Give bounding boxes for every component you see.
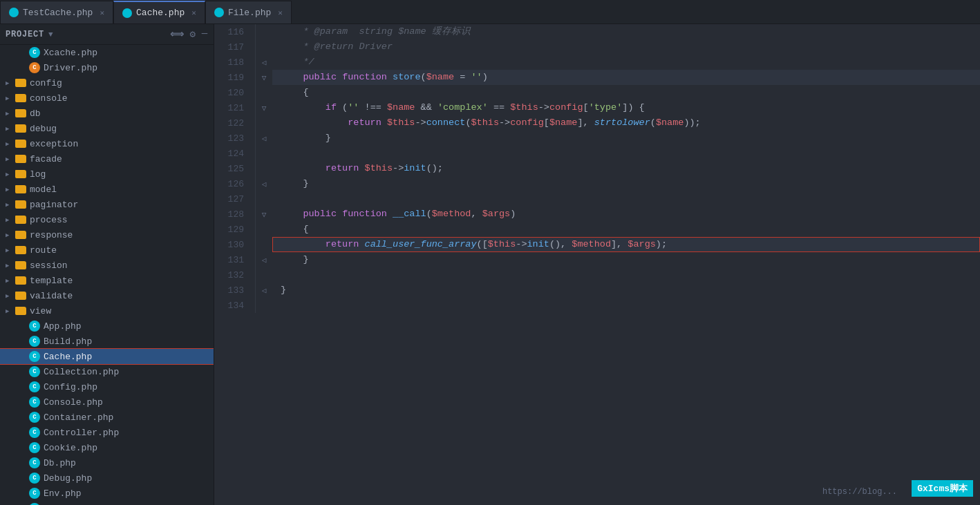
tree-item-label: model <box>30 184 57 195</box>
sidebar-item-exception[interactable]: ▶exception <box>0 136 214 151</box>
sidebar-item-driverphp[interactable]: CDriver.php <box>0 60 214 75</box>
line-number: 129 <box>214 222 256 237</box>
line-number: 116 <box>214 24 256 39</box>
sidebar-icon-1[interactable]: ⟺ <box>170 28 185 40</box>
sidebar-item-buildphp[interactable]: CBuild.php <box>0 334 214 349</box>
file-icon: C <box>29 351 40 362</box>
line-content: } <box>272 176 980 191</box>
folder-icon <box>15 216 26 224</box>
sidebar-item-controllerphp[interactable]: CController.php <box>0 425 214 440</box>
file-icon: C <box>29 321 40 332</box>
line-gutter: ◁ <box>256 131 272 146</box>
sidebar-item-route[interactable]: ▶route <box>0 242 214 258</box>
sidebar-item-collectionphp[interactable]: CCollection.php <box>0 364 214 379</box>
tree-item-label: Collection.php <box>44 367 119 377</box>
tree-item-label: validate <box>30 291 73 301</box>
code-line-124[interactable]: 124 <box>214 146 980 161</box>
folder-arrow-icon: ▶ <box>6 247 15 254</box>
folder-arrow-icon: ▶ <box>6 155 15 163</box>
line-content: * @return Driver <box>272 39 980 55</box>
sidebar-item-debug[interactable]: ▶debug <box>0 121 214 136</box>
folder-icon <box>15 292 26 300</box>
sidebar-item-consolephp[interactable]: CConsole.php <box>0 394 214 410</box>
tree-item-label: Cookie.php <box>44 443 97 453</box>
line-number: 127 <box>214 191 256 207</box>
sidebar-item-model[interactable]: ▶model <box>0 182 214 197</box>
tab-file[interactable]: File.php ✕ <box>205 1 292 23</box>
sidebar: Project ▼ ⟺ ⚙ ─ CXcache.phpCDriver.php▶c… <box>0 24 214 505</box>
code-line-118[interactable]: 118◁ */ <box>214 55 980 70</box>
sidebar-item-debugphp[interactable]: CDebug.php <box>0 470 214 486</box>
sidebar-item-console[interactable]: ▶console <box>0 90 214 106</box>
code-line-123[interactable]: 123◁ } <box>214 131 980 146</box>
code-line-133[interactable]: 133◁} <box>214 283 980 298</box>
sidebar-settings-icon[interactable]: ⚙ <box>190 28 196 40</box>
folder-arrow-icon: ▶ <box>6 79 15 87</box>
tab-label-cache: Cache.php <box>136 8 185 18</box>
code-line-126[interactable]: 126◁ } <box>214 176 980 191</box>
line-number: 131 <box>214 252 256 267</box>
file-icon: C <box>29 366 40 377</box>
sidebar-title: Project <box>6 30 44 39</box>
sidebar-item-response[interactable]: ▶response <box>0 227 214 242</box>
code-line-128[interactable]: 128▽ public function __call($method, $ar… <box>214 207 980 222</box>
tree-item-label: Config.php <box>44 382 97 392</box>
sidebar-header-left: Project ▼ <box>6 30 53 39</box>
sidebar-item-cachephp[interactable]: CCache.php <box>0 349 214 364</box>
folder-icon <box>15 307 26 315</box>
tab-close-file[interactable]: ✕ <box>278 8 283 17</box>
line-number: 120 <box>214 85 256 100</box>
code-line-125[interactable]: 125 return $this->init(); <box>214 161 980 176</box>
sidebar-item-xcachephp[interactable]: CXcache.php <box>0 45 214 60</box>
folder-arrow-icon: ▶ <box>6 262 15 269</box>
code-editor[interactable]: 116 * @param string $name 缓存标识117 * @ret… <box>214 24 980 505</box>
sidebar-item-configphp[interactable]: CConfig.php <box>0 379 214 394</box>
line-gutter: ◁ <box>256 283 272 298</box>
line-content <box>272 267 980 283</box>
sidebar-item-process[interactable]: ▶process <box>0 212 214 227</box>
line-number: 126 <box>214 176 256 191</box>
sidebar-minimize-icon[interactable]: ─ <box>202 28 208 40</box>
sidebar-item-template[interactable]: ▶template <box>0 273 214 288</box>
code-line-120[interactable]: 120 { <box>214 85 980 100</box>
sidebar-item-validate[interactable]: ▶validate <box>0 288 214 303</box>
sidebar-item-config[interactable]: ▶config <box>0 75 214 90</box>
tab-icon-cache <box>122 8 132 18</box>
line-number: 130 <box>214 237 256 252</box>
code-line-116[interactable]: 116 * @param string $name 缓存标识 <box>214 24 980 39</box>
code-line-127[interactable]: 127 <box>214 191 980 207</box>
sidebar-item-appphp[interactable]: CApp.php <box>0 318 214 334</box>
sidebar-item-containerphp[interactable]: CContainer.php <box>0 410 214 425</box>
sidebar-item-envphp[interactable]: CEnv.php <box>0 486 214 501</box>
sidebar-item-db[interactable]: ▶db <box>0 106 214 121</box>
code-line-130[interactable]: 130 return call_user_func_array([$this->… <box>214 237 980 252</box>
code-line-129[interactable]: 129 { <box>214 222 980 237</box>
tab-testcache[interactable]: TestCache.php ✕ <box>0 1 113 23</box>
sidebar-item-facade[interactable]: ▶facade <box>0 151 214 166</box>
sidebar-item-cookiephp[interactable]: CCookie.php <box>0 440 214 455</box>
sidebar-item-view[interactable]: ▶view <box>0 303 214 318</box>
code-line-119[interactable]: 119▽ public function store($name = '') <box>214 70 980 85</box>
folder-icon <box>15 231 26 239</box>
code-line-131[interactable]: 131◁ } <box>214 252 980 267</box>
code-line-122[interactable]: 122 return $this->connect($this->config[… <box>214 115 980 131</box>
sidebar-item-log[interactable]: ▶log <box>0 166 214 182</box>
folder-icon <box>15 79 26 87</box>
tab-bar: TestCache.php ✕ Cache.php ✕ File.php ✕ <box>0 0 980 24</box>
code-line-117[interactable]: 117 * @return Driver <box>214 39 980 55</box>
line-content: { <box>272 222 980 237</box>
tab-cache[interactable]: Cache.php ✕ <box>113 1 205 23</box>
tab-label-testcache: TestCache.php <box>23 8 93 18</box>
sidebar-item-session[interactable]: ▶session <box>0 258 214 273</box>
sidebar-item-errorphp[interactable]: CError.php <box>0 501 214 505</box>
tree-item-label: config <box>30 78 62 88</box>
folder-icon <box>15 124 26 133</box>
folder-arrow-icon: ▶ <box>6 307 15 315</box>
tab-close-cache[interactable]: ✕ <box>191 8 196 17</box>
code-line-121[interactable]: 121▽ if ('' !== $name && 'complex' == $t… <box>214 100 980 115</box>
code-line-132[interactable]: 132 <box>214 267 980 283</box>
tab-close-testcache[interactable]: ✕ <box>100 8 104 17</box>
sidebar-item-dbphp[interactable]: CDb.php <box>0 455 214 470</box>
sidebar-item-paginator[interactable]: ▶paginator <box>0 197 214 212</box>
code-line-134[interactable]: 134 <box>214 298 980 313</box>
